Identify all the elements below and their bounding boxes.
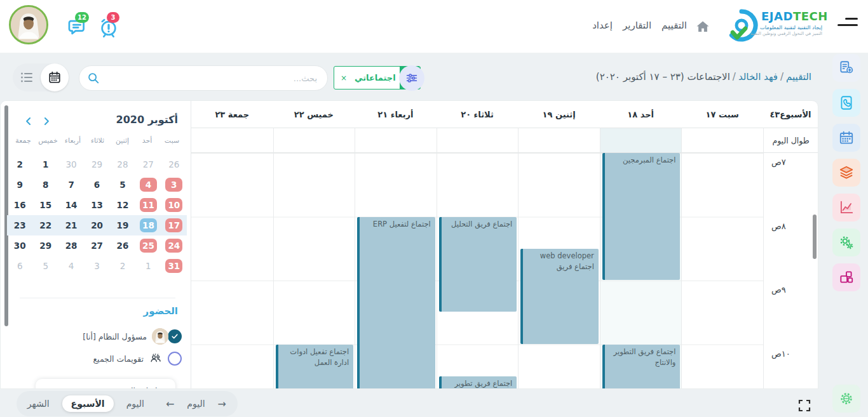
mini-calendar-day[interactable]: 30 (7, 241, 32, 251)
add-attendee-select[interactable]: + إضافة الحضور ▼ (36, 379, 175, 389)
calendar-scrollbar[interactable] (813, 215, 817, 259)
unchecked-checkbox[interactable] (168, 352, 182, 366)
mini-calendar-day[interactable]: 3 (84, 261, 109, 271)
all-day-cell[interactable] (191, 128, 273, 153)
day-hours-area[interactable]: اجتماع لتفعيل ERP (355, 153, 437, 388)
calendar-event[interactable]: اجتماع فريق تطوير (439, 376, 517, 388)
breadcrumb-item-0[interactable]: التقييم (786, 71, 811, 83)
mini-calendar-day[interactable]: 2 (7, 159, 32, 169)
calendar-icon[interactable] (832, 124, 860, 152)
mini-calendar-day[interactable]: 19 (110, 220, 135, 230)
mini-calendar-day[interactable]: 9 (7, 180, 32, 190)
automation-icon[interactable] (832, 228, 860, 256)
fullscreen-icon[interactable] (797, 398, 812, 413)
mini-calendar-day[interactable]: 5 (32, 261, 58, 271)
mini-calendar-day[interactable]: 29 (32, 241, 58, 251)
mini-calendar-day[interactable]: 7 (58, 180, 84, 190)
day-hours-area[interactable] (191, 153, 273, 388)
mini-calendar-day[interactable]: 22 (32, 220, 58, 230)
attendee-row-0[interactable]: مسؤول النظام [أنا] (83, 328, 182, 345)
mini-calendar-day[interactable]: 24 (161, 239, 187, 253)
mini-calendar-day[interactable]: 1 (135, 261, 161, 271)
all-day-cell[interactable] (600, 128, 682, 153)
calendar-event[interactable]: اجتماع فريق التحليل (439, 217, 517, 312)
user-avatar[interactable] (9, 5, 48, 44)
modules-icon[interactable] (832, 263, 860, 291)
all-day-cell[interactable] (681, 128, 763, 153)
mini-calendar-day[interactable]: 5 (110, 180, 135, 190)
mini-calendar-next-icon[interactable] (40, 115, 53, 128)
mini-calendar-day[interactable]: 23 (7, 220, 32, 230)
all-day-cell[interactable] (273, 128, 355, 153)
messages-icon[interactable]: 12 (66, 17, 88, 38)
mini-calendar-day[interactable]: 8 (32, 180, 58, 190)
hamburger-menu-icon[interactable] (837, 17, 858, 29)
mini-calendar-day[interactable]: 25 (135, 239, 161, 253)
mini-calendar-day[interactable]: 16 (7, 200, 32, 210)
calendar-event[interactable]: اجتماع تفعيل ادوات ادارة العمل (276, 345, 354, 389)
mini-calendar-day[interactable]: 26 (161, 159, 187, 169)
all-day-cell[interactable] (437, 128, 519, 153)
settings-icon[interactable] (832, 385, 860, 413)
day-hours-area[interactable]: web developer اجتماع فريق (518, 153, 600, 388)
home-icon[interactable] (695, 19, 710, 33)
list-view-icon[interactable] (13, 63, 41, 91)
billing-icon[interactable] (832, 54, 860, 82)
calendar-event[interactable]: اجتماع المبرمجين (602, 153, 681, 280)
calendar-event[interactable]: web developer اجتماع فريق (520, 249, 599, 344)
mini-calendar-day[interactable]: 28 (58, 241, 84, 251)
mini-calendar-day[interactable]: 2 (110, 261, 135, 271)
calendar-event[interactable]: اجتماع فريق التطوير والانتاج (602, 345, 681, 389)
mini-calendar-day[interactable]: 15 (32, 200, 58, 210)
breadcrumb-item-1[interactable]: فهد الخالد (738, 71, 778, 83)
mini-calendar-day[interactable]: 3 (161, 178, 187, 192)
next-arrow-icon[interactable]: → (218, 398, 226, 410)
view-button-0[interactable]: اليوم (118, 395, 153, 412)
day-hours-area[interactable]: اجتماع فريق التحليلاجتماع فريق تطوير (437, 153, 519, 388)
mini-calendar-day[interactable]: 1 (32, 159, 58, 169)
all-day-cell[interactable] (518, 128, 600, 153)
nav-item-2[interactable]: إعداد (592, 20, 613, 31)
mini-calendar-day[interactable]: 28 (110, 159, 135, 169)
calendar-view-icon[interactable] (41, 63, 69, 91)
mini-calendar-day[interactable]: 10 (161, 198, 187, 212)
layers-icon[interactable] (832, 159, 860, 187)
mini-calendar-day[interactable]: 29 (84, 159, 109, 169)
nav-item-0[interactable]: التقييم (661, 20, 687, 31)
mini-calendar-prev-icon[interactable] (22, 115, 35, 128)
mini-calendar-day[interactable]: 27 (84, 241, 109, 251)
attendee-row-1[interactable]: تقويمات الجميع (93, 352, 182, 366)
prev-arrow-icon[interactable]: ← (166, 398, 174, 410)
analytics-icon[interactable] (832, 194, 860, 222)
filter-settings-button[interactable] (399, 65, 424, 91)
mini-calendar-day[interactable]: 30 (58, 159, 84, 169)
mini-calendar-day[interactable]: 31 (161, 259, 187, 273)
mini-calendar-day[interactable]: 20 (84, 220, 109, 230)
day-hours-area[interactable]: اجتماع المبرمجيناجتماع فريق التطوير والا… (600, 153, 682, 388)
view-button-1[interactable]: الأسبوع (62, 395, 114, 412)
mini-calendar-day[interactable]: 18 (135, 218, 161, 232)
checked-checkbox[interactable] (168, 329, 182, 343)
mini-calendar-day[interactable]: 6 (7, 261, 32, 271)
day-hours-area[interactable]: اجتماع تفعيل ادوات ادارة العمل (273, 153, 355, 388)
mini-calendar-day[interactable]: 17 (161, 218, 187, 232)
brand-logo[interactable]: EJADTECH إيجاد التقنية لتقنية المعلومات … (724, 6, 820, 46)
contacts-icon[interactable] (832, 89, 860, 117)
mini-calendar-day[interactable]: 13 (84, 200, 109, 210)
mini-calendar-day[interactable]: 11 (135, 198, 161, 212)
mini-calendar-day[interactable]: 26 (110, 241, 135, 251)
mini-calendar-day[interactable]: 4 (58, 261, 84, 271)
all-day-cell[interactable] (355, 128, 437, 153)
nav-item-1[interactable]: التقارير (623, 20, 651, 31)
search-input[interactable] (79, 65, 328, 91)
mini-calendar-day[interactable]: 12 (110, 200, 135, 210)
view-button-2[interactable]: الشهر (18, 395, 58, 412)
mini-calendar-day[interactable]: 14 (58, 200, 84, 210)
mini-calendar-day[interactable]: 21 (58, 220, 84, 230)
alerts-icon[interactable]: 3 (98, 17, 119, 38)
today-button[interactable]: اليوم (187, 399, 205, 409)
day-hours-area[interactable] (681, 153, 763, 388)
filter-chip-remove-icon[interactable]: × (334, 67, 352, 89)
mini-calendar-day[interactable]: 4 (135, 178, 161, 192)
mini-calendar-day[interactable]: 27 (135, 159, 161, 169)
